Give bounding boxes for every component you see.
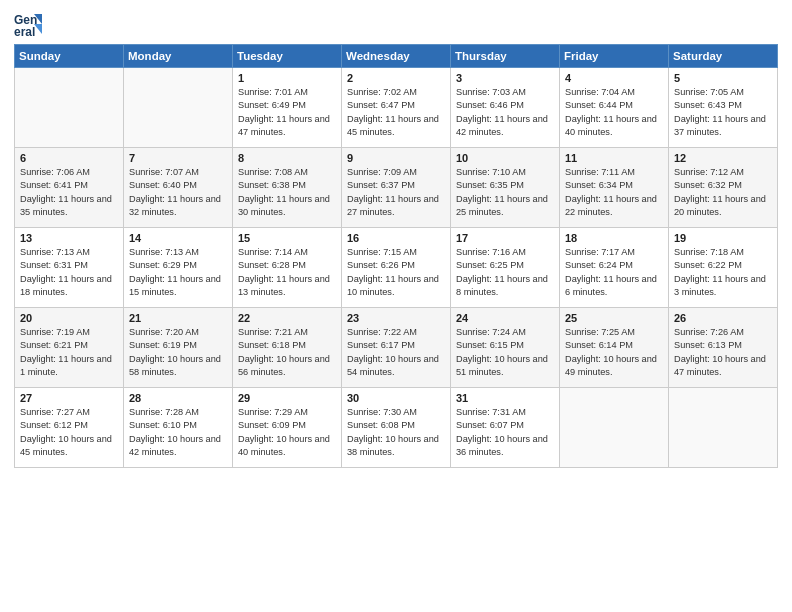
calendar-cell: 22Sunrise: 7:21 AM Sunset: 6:18 PM Dayli… xyxy=(233,308,342,388)
calendar-table: SundayMondayTuesdayWednesdayThursdayFrid… xyxy=(14,44,778,468)
day-number: 4 xyxy=(565,72,663,84)
day-info: Sunrise: 7:09 AM Sunset: 6:37 PM Dayligh… xyxy=(347,166,445,219)
day-info: Sunrise: 7:04 AM Sunset: 6:44 PM Dayligh… xyxy=(565,86,663,139)
calendar-cell: 4Sunrise: 7:04 AM Sunset: 6:44 PM Daylig… xyxy=(560,68,669,148)
day-info: Sunrise: 7:30 AM Sunset: 6:08 PM Dayligh… xyxy=(347,406,445,459)
calendar-cell: 10Sunrise: 7:10 AM Sunset: 6:35 PM Dayli… xyxy=(451,148,560,228)
calendar-cell: 12Sunrise: 7:12 AM Sunset: 6:32 PM Dayli… xyxy=(669,148,778,228)
calendar-page: Gen eral SundayMondayTuesdayWednesdayThu… xyxy=(0,0,792,612)
day-info: Sunrise: 7:02 AM Sunset: 6:47 PM Dayligh… xyxy=(347,86,445,139)
day-number: 22 xyxy=(238,312,336,324)
calendar-cell: 3Sunrise: 7:03 AM Sunset: 6:46 PM Daylig… xyxy=(451,68,560,148)
day-info: Sunrise: 7:19 AM Sunset: 6:21 PM Dayligh… xyxy=(20,326,118,379)
calendar-cell: 17Sunrise: 7:16 AM Sunset: 6:25 PM Dayli… xyxy=(451,228,560,308)
calendar-cell: 21Sunrise: 7:20 AM Sunset: 6:19 PM Dayli… xyxy=(124,308,233,388)
weekday-header-sunday: Sunday xyxy=(15,45,124,68)
day-number: 10 xyxy=(456,152,554,164)
calendar-week-3: 13Sunrise: 7:13 AM Sunset: 6:31 PM Dayli… xyxy=(15,228,778,308)
calendar-cell: 1Sunrise: 7:01 AM Sunset: 6:49 PM Daylig… xyxy=(233,68,342,148)
calendar-cell: 27Sunrise: 7:27 AM Sunset: 6:12 PM Dayli… xyxy=(15,388,124,468)
day-number: 1 xyxy=(238,72,336,84)
logo: Gen eral xyxy=(14,10,45,38)
day-number: 30 xyxy=(347,392,445,404)
day-number: 17 xyxy=(456,232,554,244)
day-number: 6 xyxy=(20,152,118,164)
day-info: Sunrise: 7:28 AM Sunset: 6:10 PM Dayligh… xyxy=(129,406,227,459)
calendar-cell: 6Sunrise: 7:06 AM Sunset: 6:41 PM Daylig… xyxy=(15,148,124,228)
calendar-cell: 20Sunrise: 7:19 AM Sunset: 6:21 PM Dayli… xyxy=(15,308,124,388)
day-info: Sunrise: 7:14 AM Sunset: 6:28 PM Dayligh… xyxy=(238,246,336,299)
calendar-cell: 15Sunrise: 7:14 AM Sunset: 6:28 PM Dayli… xyxy=(233,228,342,308)
calendar-cell xyxy=(124,68,233,148)
calendar-header: SundayMondayTuesdayWednesdayThursdayFrid… xyxy=(15,45,778,68)
day-number: 18 xyxy=(565,232,663,244)
day-number: 26 xyxy=(674,312,772,324)
day-info: Sunrise: 7:24 AM Sunset: 6:15 PM Dayligh… xyxy=(456,326,554,379)
day-number: 12 xyxy=(674,152,772,164)
day-number: 27 xyxy=(20,392,118,404)
day-number: 31 xyxy=(456,392,554,404)
day-number: 8 xyxy=(238,152,336,164)
day-number: 21 xyxy=(129,312,227,324)
calendar-cell: 25Sunrise: 7:25 AM Sunset: 6:14 PM Dayli… xyxy=(560,308,669,388)
calendar-cell xyxy=(560,388,669,468)
day-number: 23 xyxy=(347,312,445,324)
day-info: Sunrise: 7:31 AM Sunset: 6:07 PM Dayligh… xyxy=(456,406,554,459)
day-number: 3 xyxy=(456,72,554,84)
calendar-cell: 29Sunrise: 7:29 AM Sunset: 6:09 PM Dayli… xyxy=(233,388,342,468)
day-info: Sunrise: 7:01 AM Sunset: 6:49 PM Dayligh… xyxy=(238,86,336,139)
day-info: Sunrise: 7:08 AM Sunset: 6:38 PM Dayligh… xyxy=(238,166,336,219)
calendar-week-5: 27Sunrise: 7:27 AM Sunset: 6:12 PM Dayli… xyxy=(15,388,778,468)
day-info: Sunrise: 7:16 AM Sunset: 6:25 PM Dayligh… xyxy=(456,246,554,299)
calendar-cell: 16Sunrise: 7:15 AM Sunset: 6:26 PM Dayli… xyxy=(342,228,451,308)
day-info: Sunrise: 7:17 AM Sunset: 6:24 PM Dayligh… xyxy=(565,246,663,299)
calendar-cell xyxy=(15,68,124,148)
day-number: 29 xyxy=(238,392,336,404)
weekday-header-thursday: Thursday xyxy=(451,45,560,68)
day-number: 16 xyxy=(347,232,445,244)
day-number: 19 xyxy=(674,232,772,244)
weekday-header-wednesday: Wednesday xyxy=(342,45,451,68)
day-number: 7 xyxy=(129,152,227,164)
day-info: Sunrise: 7:11 AM Sunset: 6:34 PM Dayligh… xyxy=(565,166,663,219)
day-number: 11 xyxy=(565,152,663,164)
weekday-header-saturday: Saturday xyxy=(669,45,778,68)
calendar-cell: 13Sunrise: 7:13 AM Sunset: 6:31 PM Dayli… xyxy=(15,228,124,308)
day-number: 9 xyxy=(347,152,445,164)
day-number: 28 xyxy=(129,392,227,404)
weekday-header-tuesday: Tuesday xyxy=(233,45,342,68)
calendar-cell: 11Sunrise: 7:11 AM Sunset: 6:34 PM Dayli… xyxy=(560,148,669,228)
day-number: 13 xyxy=(20,232,118,244)
calendar-cell: 7Sunrise: 7:07 AM Sunset: 6:40 PM Daylig… xyxy=(124,148,233,228)
day-number: 15 xyxy=(238,232,336,244)
day-info: Sunrise: 7:18 AM Sunset: 6:22 PM Dayligh… xyxy=(674,246,772,299)
calendar-cell: 14Sunrise: 7:13 AM Sunset: 6:29 PM Dayli… xyxy=(124,228,233,308)
day-number: 5 xyxy=(674,72,772,84)
day-info: Sunrise: 7:25 AM Sunset: 6:14 PM Dayligh… xyxy=(565,326,663,379)
logo-icon: Gen eral xyxy=(14,10,42,38)
calendar-cell: 5Sunrise: 7:05 AM Sunset: 6:43 PM Daylig… xyxy=(669,68,778,148)
calendar-cell: 30Sunrise: 7:30 AM Sunset: 6:08 PM Dayli… xyxy=(342,388,451,468)
calendar-week-4: 20Sunrise: 7:19 AM Sunset: 6:21 PM Dayli… xyxy=(15,308,778,388)
day-info: Sunrise: 7:29 AM Sunset: 6:09 PM Dayligh… xyxy=(238,406,336,459)
calendar-body: 1Sunrise: 7:01 AM Sunset: 6:49 PM Daylig… xyxy=(15,68,778,468)
day-info: Sunrise: 7:21 AM Sunset: 6:18 PM Dayligh… xyxy=(238,326,336,379)
day-info: Sunrise: 7:15 AM Sunset: 6:26 PM Dayligh… xyxy=(347,246,445,299)
day-info: Sunrise: 7:06 AM Sunset: 6:41 PM Dayligh… xyxy=(20,166,118,219)
day-number: 25 xyxy=(565,312,663,324)
header: Gen eral xyxy=(14,10,778,38)
svg-text:eral: eral xyxy=(14,25,35,38)
day-number: 2 xyxy=(347,72,445,84)
calendar-cell: 31Sunrise: 7:31 AM Sunset: 6:07 PM Dayli… xyxy=(451,388,560,468)
day-info: Sunrise: 7:07 AM Sunset: 6:40 PM Dayligh… xyxy=(129,166,227,219)
calendar-week-2: 6Sunrise: 7:06 AM Sunset: 6:41 PM Daylig… xyxy=(15,148,778,228)
day-info: Sunrise: 7:22 AM Sunset: 6:17 PM Dayligh… xyxy=(347,326,445,379)
day-number: 20 xyxy=(20,312,118,324)
calendar-cell: 8Sunrise: 7:08 AM Sunset: 6:38 PM Daylig… xyxy=(233,148,342,228)
calendar-week-1: 1Sunrise: 7:01 AM Sunset: 6:49 PM Daylig… xyxy=(15,68,778,148)
day-info: Sunrise: 7:20 AM Sunset: 6:19 PM Dayligh… xyxy=(129,326,227,379)
calendar-cell: 2Sunrise: 7:02 AM Sunset: 6:47 PM Daylig… xyxy=(342,68,451,148)
day-info: Sunrise: 7:03 AM Sunset: 6:46 PM Dayligh… xyxy=(456,86,554,139)
weekday-header-monday: Monday xyxy=(124,45,233,68)
weekday-row: SundayMondayTuesdayWednesdayThursdayFrid… xyxy=(15,45,778,68)
